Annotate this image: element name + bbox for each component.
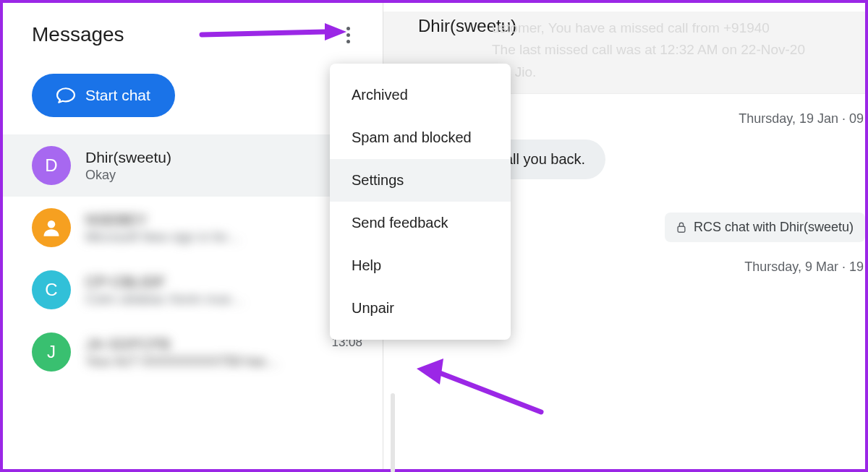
avatar: J bbox=[32, 332, 71, 372]
conversation-name: CP-CBLIDF bbox=[85, 273, 362, 291]
start-chat-label: Start chat bbox=[85, 87, 150, 104]
conversation-name: JA-SDPCPB bbox=[85, 335, 317, 353]
svg-line-2 bbox=[202, 32, 325, 35]
avatar: C bbox=[32, 270, 71, 309]
rcs-badge: RCS chat with Dhir(sweetu) bbox=[665, 213, 865, 242]
svg-line-4 bbox=[436, 372, 541, 412]
conversation-item[interactable]: NSEBEY Microsoft New sign in for… bbox=[3, 197, 383, 259]
conversation-item[interactable]: J JA-SDPCPB Your AcT XXXXXXXXX758 has… 1… bbox=[3, 321, 383, 383]
svg-marker-3 bbox=[325, 23, 346, 40]
chat-bubble-icon bbox=[56, 87, 75, 103]
avatar bbox=[32, 208, 71, 247]
conversation-item[interactable]: C CP-CBLIDF Colm ublabas Xenin mue… bbox=[3, 259, 383, 321]
conversation-preview: Microsoft New sign in for… bbox=[85, 230, 362, 245]
menu-item-send-feedback[interactable]: Send feedback bbox=[330, 202, 511, 244]
conversation-preview: Your AcT XXXXXXXXX758 has… bbox=[85, 354, 317, 369]
menu-item-help[interactable]: Help bbox=[330, 244, 511, 287]
menu-item-unpair[interactable]: Unpair bbox=[330, 287, 511, 330]
conversation-list-panel: Messages Start chat D Dhir(sweetu) Okay … bbox=[3, 3, 383, 469]
avatar: D bbox=[32, 146, 71, 185]
more-options-menu: Archived Spam and blocked Settings Send … bbox=[330, 64, 511, 340]
person-icon bbox=[41, 218, 61, 238]
start-chat-button[interactable]: Start chat bbox=[32, 74, 175, 117]
svg-rect-1 bbox=[678, 226, 685, 232]
svg-point-0 bbox=[48, 220, 56, 228]
svg-marker-5 bbox=[417, 359, 443, 385]
conversation-item[interactable]: D Dhir(sweetu) Okay 57 bbox=[3, 134, 383, 197]
annotation-arrow-icon bbox=[411, 356, 548, 421]
app-title: Messages bbox=[32, 23, 124, 46]
menu-item-settings[interactable]: Settings bbox=[330, 159, 511, 202]
timeline-bar bbox=[391, 393, 395, 472]
conversation-preview: Colm ublabas Xenin mue… bbox=[85, 292, 362, 307]
lock-icon bbox=[676, 222, 686, 233]
conversation-name: NSEBEY bbox=[85, 211, 362, 228]
conversation-name: Dhir(sweetu) bbox=[85, 149, 334, 166]
annotation-arrow-icon bbox=[198, 17, 350, 46]
menu-item-archived[interactable]: Archived bbox=[330, 74, 511, 116]
conversation-preview: Okay bbox=[85, 168, 334, 183]
menu-item-spam-blocked[interactable]: Spam and blocked bbox=[330, 116, 511, 159]
